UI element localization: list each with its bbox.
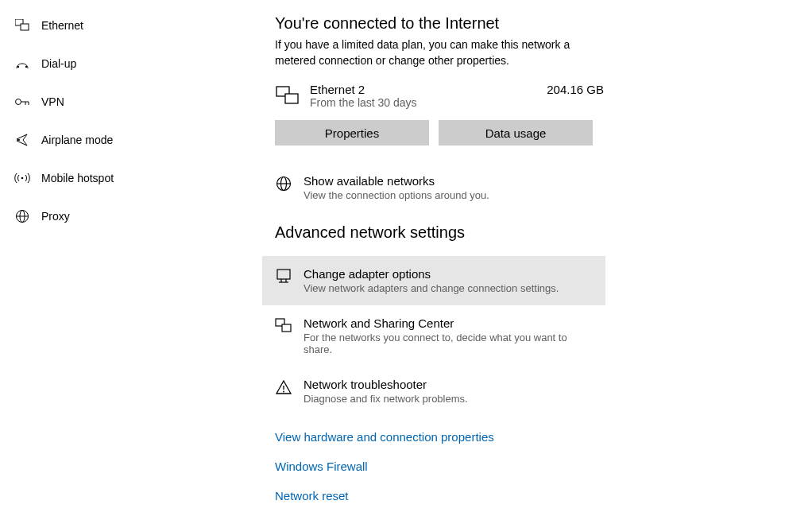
ethernet-large-icon	[275, 84, 300, 107]
dialup-icon	[14, 56, 30, 72]
status-title: You're connected to the Internet	[275, 14, 788, 33]
main-content: You're connected to the Internet If you …	[254, 0, 812, 516]
network-troubleshooter[interactable]: Network troubleshooter Diagnose and fix …	[262, 367, 605, 416]
svg-point-4	[16, 99, 21, 105]
show-available-networks[interactable]: Show available networks View the connect…	[275, 174, 788, 201]
svg-rect-17	[277, 270, 290, 279]
sidebar-item-label: Mobile hotspot	[41, 172, 114, 184]
adv-sub: View network adapters and change connect…	[304, 282, 559, 294]
data-usage-button[interactable]: Data usage	[439, 120, 593, 145]
sidebar-item-label: Airplane mode	[41, 134, 113, 146]
connection-subtext: From the last 30 days	[310, 96, 417, 109]
link-network-reset[interactable]: Network reset	[275, 489, 788, 502]
adv-title: Change adapter options	[304, 267, 559, 281]
adv-title: Network troubleshooter	[304, 378, 468, 391]
adv-sub: For the networks you connect to, decide …	[304, 332, 593, 355]
globe-icon	[275, 175, 292, 192]
link-hardware-properties[interactable]: View hardware and connection properties	[275, 430, 788, 444]
svg-rect-13	[285, 94, 298, 103]
show-networks-sub: View the connection options around you.	[304, 189, 489, 201]
sharing-icon	[275, 317, 292, 335]
warning-icon	[275, 378, 292, 396]
adapter-icon	[275, 268, 292, 285]
svg-point-24	[283, 391, 284, 393]
adv-title: Network and Sharing Center	[304, 316, 593, 330]
sidebar-item-label: VPN	[41, 95, 64, 108]
properties-button[interactable]: Properties	[275, 120, 429, 145]
adv-sub: Diagnose and fix network problems.	[304, 393, 468, 405]
status-subtext: If you have a limited data plan, you can…	[275, 37, 609, 68]
link-windows-firewall[interactable]: Windows Firewall	[275, 460, 788, 473]
links: View hardware and connection properties …	[275, 430, 788, 502]
connection-usage: 204.16 GB	[547, 83, 604, 109]
sidebar-item-vpn[interactable]: VPN	[0, 84, 254, 119]
sidebar-item-label: Dial-up	[41, 57, 76, 70]
sidebar-item-label: Ethernet	[41, 19, 83, 32]
sidebar: Ethernet Dial-up VPN Airplane mode Mobil…	[0, 0, 254, 516]
svg-point-2	[17, 66, 19, 68]
ethernet-icon	[14, 17, 30, 33]
hotspot-icon	[14, 170, 30, 186]
advanced-section-title: Advanced network settings	[275, 223, 788, 242]
connection-row[interactable]: Ethernet 2 From the last 30 days 204.16 …	[275, 83, 788, 109]
airplane-icon	[14, 132, 30, 148]
vpn-icon	[14, 94, 30, 110]
connection-name: Ethernet 2	[310, 83, 417, 96]
svg-point-3	[25, 66, 27, 68]
sidebar-item-proxy[interactable]: Proxy	[0, 199, 254, 234]
svg-rect-1	[21, 24, 29, 30]
sidebar-item-dialup[interactable]: Dial-up	[0, 46, 254, 81]
svg-rect-22	[282, 324, 291, 332]
change-adapter-options[interactable]: Change adapter options View network adap…	[262, 256, 605, 305]
sidebar-item-label: Proxy	[41, 210, 70, 223]
network-sharing-center[interactable]: Network and Sharing Center For the netwo…	[262, 305, 605, 367]
show-networks-title: Show available networks	[304, 174, 489, 188]
sidebar-item-ethernet[interactable]: Ethernet	[0, 8, 254, 43]
sidebar-item-hotspot[interactable]: Mobile hotspot	[0, 161, 254, 196]
sidebar-item-airplane[interactable]: Airplane mode	[0, 122, 254, 157]
proxy-icon	[14, 208, 30, 224]
svg-point-8	[21, 177, 24, 180]
